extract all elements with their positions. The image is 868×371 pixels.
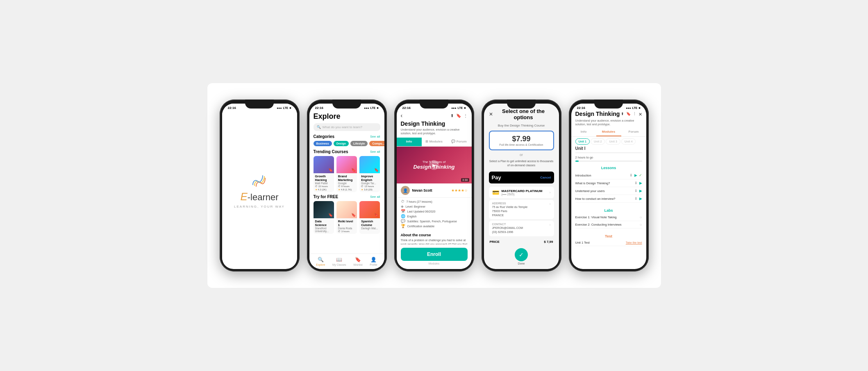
unit-title-section: Unit I	[571, 146, 646, 153]
enroll-button[interactable]: Enroll	[401, 248, 468, 261]
meta-updated: 📅 Last Updated 06/2020	[401, 209, 468, 213]
search-bar[interactable]: 🔍 What do you want to learn?	[314, 123, 380, 131]
lesson-users[interactable]: Undertand your users ⬇ ▶	[575, 187, 642, 195]
lesson-introduction[interactable]: Introduction ⬇ ▶ ✓	[575, 172, 642, 179]
categories-see-all[interactable]: See all	[370, 135, 380, 138]
download-icon-intro[interactable]: ⬇	[629, 173, 633, 177]
bookmark-icon-header[interactable]: 🔖	[456, 113, 461, 118]
unit-tab-3[interactable]: Unit 3	[606, 138, 620, 145]
price-amount: $7.99	[493, 135, 550, 143]
share-icon-5[interactable]: ⬆	[621, 112, 624, 117]
signal-area-3: ●●● LTE ■	[451, 106, 466, 109]
unit-test-row[interactable]: Unit 1 Test Take the test	[575, 240, 642, 246]
chip-design[interactable]: Design	[334, 141, 349, 146]
chip-computer[interactable]: Compu...	[369, 141, 384, 146]
apple-pay-button[interactable]: Pay Cancel	[489, 172, 554, 183]
download-icon-users[interactable]: ⬇	[634, 189, 638, 193]
close-payment[interactable]: ✕	[489, 111, 493, 117]
price-box[interactable]: $7.99 Full life-time access & Certificat…	[489, 131, 554, 150]
wishlist-icon: 🔖	[355, 257, 361, 262]
play-icon-interview[interactable]: ▶	[639, 197, 642, 201]
done-button[interactable]: ✓	[515, 248, 528, 261]
course-brand[interactable]: 🔖 BrandMarketing Google ⏱8 hours ★4.8 (1…	[336, 156, 357, 192]
explore-icon: 🔍	[318, 257, 324, 262]
nav-explore-label: Explore	[316, 263, 325, 266]
free-see-all[interactable]: See all	[370, 195, 380, 199]
take-test-link[interactable]: Take the test	[626, 241, 642, 244]
tab-forum-3[interactable]: 💬 Forum	[447, 138, 472, 146]
video-icon-users[interactable]: ▶	[639, 189, 642, 193]
chip-business[interactable]: Business	[314, 141, 332, 146]
more-icon[interactable]: ⋮	[464, 113, 468, 118]
lab-2[interactable]: Exercise 2: Conducting Interviews ○	[575, 221, 642, 228]
video-thumbnail[interactable]: The 5 Stages of Design Thinking ▶ 3:30	[397, 147, 472, 183]
unit-tab-1[interactable]: Unit 1	[575, 138, 590, 145]
lab-1[interactable]: Exercise 1: Visual Note Taking ○	[575, 214, 642, 221]
play-icon-what[interactable]: ▶	[639, 181, 642, 185]
lesson-intro-name: Introduction	[575, 174, 591, 177]
reiki-hours: 3 hours	[341, 230, 350, 233]
contact-content: CONTACT JPERON@GMAIL.COM(33) 62503-1996	[492, 223, 523, 234]
signal-2: ●●●	[364, 106, 369, 109]
nav-profile[interactable]: 👤 Profile	[370, 257, 377, 266]
play-button[interactable]: ▶	[429, 160, 439, 170]
unit-tab-4[interactable]: Unit 4	[621, 138, 636, 145]
course-growth[interactable]: 🔖 GrowthHacking Matt Pattel ⏱15 hours ★4…	[314, 156, 334, 192]
profile-icon: 👤	[370, 257, 377, 262]
bookmark-icon-5[interactable]: 🔖	[626, 112, 631, 117]
forum-icon: 💬	[451, 140, 456, 143]
instructor-name: Nevan Scott	[412, 188, 432, 192]
course-spanish[interactable]: 🔖 Spanish Cuisine Darlagh Wal...	[359, 201, 380, 234]
trending-see-all[interactable]: See all	[370, 150, 380, 154]
trending-header: Trending Courses See all	[314, 149, 380, 154]
lesson-what[interactable]: What is Design Thinking? ⬇ ▶	[575, 179, 642, 187]
about-title: About the course	[401, 233, 468, 237]
network-3: LTE	[458, 106, 463, 109]
logo-e: E	[240, 190, 247, 203]
nav-explore[interactable]: 🔍 Explore	[316, 257, 325, 266]
labs-section: Labs Exercise 1: Visual Note Taking ○ Ex…	[571, 204, 646, 230]
more-icon-5[interactable]: ⋮	[633, 112, 636, 117]
payment-method-row[interactable]: 💳 MASTERCARD PLATINUM (•••• 2505) ›	[489, 187, 554, 198]
close-icon-5[interactable]: ✕	[639, 112, 642, 117]
tab-modules-5[interactable]: Modules	[596, 128, 621, 136]
hours-icon: ⏱	[401, 199, 404, 204]
tab-modules-3[interactable]: ⊞ Modules	[422, 138, 447, 146]
course-spanish-img: 🔖	[359, 201, 380, 218]
categories-label: Categories	[314, 134, 335, 139]
download-icon-what[interactable]: ⬇	[634, 181, 638, 185]
lab-1-name: Exercise 1: Visual Note Taking	[575, 215, 617, 219]
phone-3-content: ‹ ⬆ 🔖 ⋮ Design Thinking Understand your …	[397, 111, 472, 269]
contact-row: CONTACT JPERON@GMAIL.COM(33) 62503-1996 …	[489, 221, 554, 236]
network-1: LTE	[283, 106, 289, 109]
tab-info[interactable]: Info	[397, 138, 422, 146]
nav-wishlist[interactable]: 🔖 Wishlist	[353, 257, 362, 266]
lesson-interview[interactable]: How to conduct an interview? ⬇ ▶	[575, 195, 642, 203]
payment-sheet: ✕ Select one of the options Buy the Desi…	[484, 104, 559, 269]
modules-title-row: Design Thinking ⬆ 🔖 ⋮ ✕	[575, 111, 642, 118]
course-data[interactable]: 🔖 Data Science Standford University...	[314, 201, 334, 234]
progress-fill	[575, 161, 579, 162]
back-button[interactable]: ‹	[401, 112, 403, 119]
chip-lifestyle[interactable]: Lifestyle	[350, 141, 368, 146]
bookmark-growth: 🔖	[328, 168, 333, 172]
english-rating: 3.8 (20)	[364, 188, 373, 191]
play-icon-intro[interactable]: ▶	[634, 173, 637, 177]
cancel-link[interactable]: Cancel	[540, 176, 551, 179]
tab-forum-5[interactable]: Forum	[621, 128, 646, 136]
free-courses: 🔖 Data Science Standford University... 🔖…	[314, 201, 380, 234]
unit-tab-2[interactable]: Unit 2	[591, 138, 605, 145]
share-icon[interactable]: ⬆	[450, 113, 454, 118]
nav-classes[interactable]: 📖 My Classes	[332, 257, 346, 266]
course-reiki[interactable]: 🔖 Reiki level 1 Dania Roda ⏱3 hours	[336, 201, 357, 234]
download-icon-interview[interactable]: ⬇	[634, 197, 638, 201]
tab-info-5[interactable]: Info	[571, 128, 596, 136]
star-english: ★	[361, 188, 363, 191]
course-growth-info: GrowthHacking Matt Pattel ⏱15 hours ★4.3…	[314, 173, 334, 192]
clock-icon: ⏱	[315, 185, 318, 188]
hours-text: 7 hours (27 lessons)	[407, 200, 432, 203]
meta-cert: 🏆 Certification available	[401, 224, 468, 228]
course-english[interactable]: 🔖 ImproveEnglish Google Tar... ⏱13 hours…	[359, 156, 380, 192]
phone-2-explore: 22:16 ●●● LTE ■ Explore 🔍 What do you wa…	[307, 100, 387, 271]
trending-label: Trending Courses	[314, 149, 348, 154]
